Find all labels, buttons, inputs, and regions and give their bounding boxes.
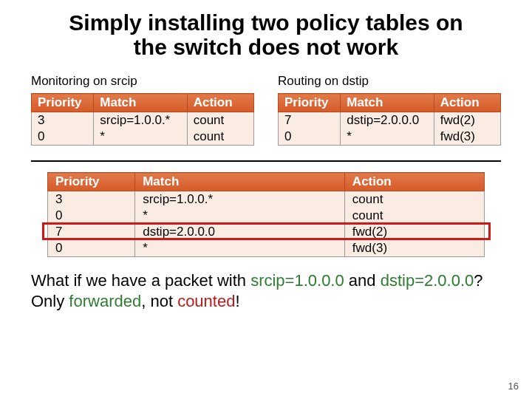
- combined-table: Priority Match Action 3 srcip=1.0.0.* co…: [47, 172, 485, 257]
- cell-match: *: [135, 240, 345, 257]
- table-row: 3 srcip=1.0.0.* count: [32, 112, 254, 129]
- th-match: Match: [135, 173, 345, 191]
- q-dstip: dstip=2.0.0.0: [381, 271, 474, 290]
- cell-action: count: [187, 112, 253, 129]
- q-forwarded: forwarded: [69, 292, 141, 310]
- th-match: Match: [341, 94, 434, 112]
- cell-priority: 0: [48, 240, 135, 257]
- cell-match: *: [341, 129, 434, 146]
- table-row: 3 srcip=1.0.0.* count: [48, 191, 485, 208]
- title-line-1: Simply installing two policy tables on: [69, 10, 463, 35]
- cell-match: *: [135, 208, 345, 224]
- q-counted: counted: [177, 292, 235, 310]
- q-mid3: , not: [141, 292, 177, 310]
- left-table-caption: Monitoring on srcip: [31, 74, 254, 89]
- th-action: Action: [434, 94, 500, 112]
- cell-priority: 7: [279, 112, 341, 129]
- table-header-row: Priority Match Action: [48, 173, 485, 191]
- q-pre: What if we have a packet with: [31, 271, 250, 290]
- table-row: 0 * count: [48, 208, 485, 224]
- left-table: Priority Match Action 3 srcip=1.0.0.* co…: [31, 93, 254, 146]
- slide-title: Simply installing two policy tables on t…: [0, 0, 532, 65]
- divider: [31, 160, 501, 162]
- question-text: What if we have a packet with srcip=1.0.…: [0, 257, 532, 311]
- page-number: 16: [508, 381, 519, 392]
- q-post: !: [235, 292, 239, 310]
- combined-table-wrap: Priority Match Action 3 srcip=1.0.0.* co…: [0, 172, 532, 257]
- cell-action: count: [344, 208, 484, 224]
- cell-priority: 0: [279, 129, 341, 146]
- th-action: Action: [344, 173, 484, 191]
- cell-priority: 3: [32, 112, 94, 129]
- cell-match: srcip=1.0.0.*: [135, 191, 345, 208]
- table-row: 7 dstip=2.0.0.0 fwd(2): [279, 112, 501, 129]
- th-priority: Priority: [279, 94, 341, 112]
- cell-action: fwd(3): [344, 240, 484, 257]
- cell-match: dstip=2.0.0.0: [341, 112, 434, 129]
- table-row: 7 dstip=2.0.0.0 fwd(2): [48, 224, 485, 240]
- table-header-row: Priority Match Action: [32, 94, 254, 112]
- table-row: 0 * fwd(3): [48, 240, 485, 257]
- cell-priority: 3: [48, 191, 135, 208]
- table-row: 0 * count: [32, 129, 254, 146]
- top-tables-row: Monitoring on srcip Priority Match Actio…: [0, 65, 532, 146]
- left-col: Monitoring on srcip Priority Match Actio…: [31, 74, 254, 146]
- cell-match: srcip=1.0.0.*: [94, 112, 187, 129]
- table-row: 0 * fwd(3): [279, 129, 501, 146]
- cell-action: count: [187, 129, 253, 146]
- title-line-2: the switch does not work: [134, 35, 398, 59]
- q-srcip: srcip=1.0.0.0: [250, 271, 344, 290]
- cell-action: fwd(3): [434, 129, 500, 146]
- q-mid1: and: [344, 271, 381, 290]
- cell-priority: 0: [32, 129, 94, 146]
- th-action: Action: [187, 94, 253, 112]
- cell-priority: 0: [48, 208, 135, 224]
- th-priority: Priority: [32, 94, 94, 112]
- th-priority: Priority: [48, 173, 135, 191]
- cell-match: dstip=2.0.0.0: [135, 224, 345, 240]
- cell-action: fwd(2): [344, 224, 484, 240]
- table-header-row: Priority Match Action: [279, 94, 501, 112]
- cell-match: *: [94, 129, 187, 146]
- right-col: Routing on dstip Priority Match Action 7…: [278, 74, 501, 146]
- cell-priority: 7: [48, 224, 135, 240]
- cell-action: count: [344, 191, 484, 208]
- right-table: Priority Match Action 7 dstip=2.0.0.0 fw…: [278, 93, 501, 146]
- cell-action: fwd(2): [434, 112, 500, 129]
- th-match: Match: [94, 94, 187, 112]
- right-table-caption: Routing on dstip: [278, 74, 501, 89]
